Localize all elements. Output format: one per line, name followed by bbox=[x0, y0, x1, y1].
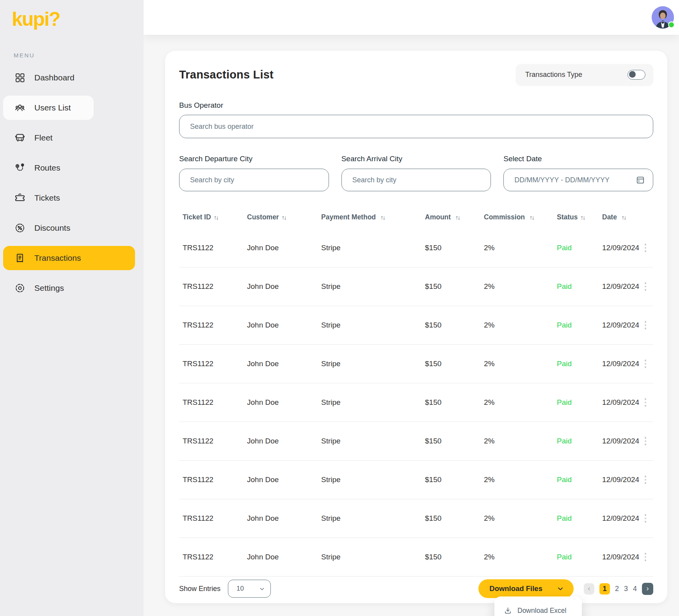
ticket-id-cell: TRS1122 bbox=[179, 475, 244, 484]
page-title: Transactions List bbox=[179, 68, 274, 81]
table-footer: Show Entries 10 Download Files bbox=[179, 577, 653, 601]
bus-operator-search-input[interactable] bbox=[179, 115, 653, 138]
sidebar-item-label: Routes bbox=[34, 163, 60, 173]
sidebar-item-fleet[interactable]: Fleet bbox=[3, 126, 135, 150]
customer-cell: John Doe bbox=[244, 398, 318, 407]
sidebar-item-label: Users List bbox=[34, 103, 71, 112]
column-header-date[interactable]: Date ↑↓ bbox=[599, 213, 642, 221]
sidebar-nav: Dashboard Users List Fleet Routes Ticket bbox=[0, 66, 144, 306]
row-actions-menu-button[interactable] bbox=[642, 319, 649, 332]
pagination-page-3[interactable]: 3 bbox=[624, 585, 628, 593]
show-entries-group: Show Entries 10 bbox=[179, 580, 271, 598]
sidebar-item-discounts[interactable]: Discounts bbox=[3, 216, 135, 240]
pagination-prev-button[interactable] bbox=[584, 583, 594, 595]
sort-icon: ↑↓ bbox=[214, 214, 218, 221]
column-header-amount[interactable]: Amount ↑↓ bbox=[421, 213, 480, 221]
pagination-page-2[interactable]: 2 bbox=[615, 585, 619, 593]
commission-cell: 2% bbox=[480, 282, 553, 291]
toggle-label: Transactions Type bbox=[525, 71, 582, 79]
date-range-input[interactable] bbox=[503, 169, 653, 191]
sidebar-item-label: Tickets bbox=[34, 193, 60, 203]
customer-cell: John Doe bbox=[244, 360, 318, 368]
sidebar-item-routes[interactable]: Routes bbox=[3, 156, 135, 180]
payment-method-cell: Stripe bbox=[318, 282, 421, 291]
transactions-card: Transactions List Transactions Type Bus … bbox=[165, 51, 667, 603]
amount-cell: $150 bbox=[421, 553, 480, 561]
calendar-icon[interactable] bbox=[636, 175, 645, 185]
customer-cell: John Doe bbox=[244, 321, 318, 329]
date-cell: 12/09/2024 bbox=[599, 437, 642, 445]
column-header-ticket-id[interactable]: Ticket ID↑↓ bbox=[179, 213, 244, 221]
sidebar-item-tickets[interactable]: Tickets bbox=[3, 186, 135, 210]
table-row: TRS1122 John Doe Stripe $150 2% Paid 12/… bbox=[179, 229, 653, 267]
amount-cell: $150 bbox=[421, 360, 480, 368]
ticket-id-cell: TRS1122 bbox=[179, 282, 244, 291]
table-row: TRS1122 John Doe Stripe $150 2% Paid 12/… bbox=[179, 345, 653, 383]
amount-cell: $150 bbox=[421, 437, 480, 445]
download-files-button[interactable]: Download Files bbox=[478, 579, 574, 598]
payment-method-cell: Stripe bbox=[318, 514, 421, 523]
payment-method-cell: Stripe bbox=[318, 437, 421, 445]
sidebar-item-transactions[interactable]: Transactions bbox=[3, 246, 135, 270]
routes-icon bbox=[14, 162, 25, 173]
ticket-id-cell: TRS1122 bbox=[179, 398, 244, 407]
status-badge: Paid bbox=[553, 360, 599, 368]
download-excel-option[interactable]: Download Excel bbox=[504, 602, 582, 616]
sidebar-item-users-list[interactable]: Users List bbox=[3, 96, 94, 120]
download-icon bbox=[504, 607, 512, 615]
row-actions-menu-button[interactable] bbox=[642, 280, 649, 293]
payment-method-cell: Stripe bbox=[318, 244, 421, 252]
pagination-page-1[interactable]: 1 bbox=[599, 583, 610, 595]
pagination-page-4[interactable]: 4 bbox=[633, 585, 637, 593]
payment-method-cell: Stripe bbox=[318, 360, 421, 368]
date-cell: 12/09/2024 bbox=[599, 321, 642, 329]
row-actions-menu-button[interactable] bbox=[642, 357, 649, 370]
users-icon bbox=[14, 102, 25, 113]
commission-cell: 2% bbox=[480, 475, 553, 484]
status-badge: Paid bbox=[553, 437, 599, 445]
departure-city-input[interactable] bbox=[179, 169, 329, 191]
sidebar-item-label: Discounts bbox=[34, 223, 70, 233]
show-entries-select[interactable]: 10 bbox=[228, 580, 271, 598]
row-actions-menu-button[interactable] bbox=[642, 434, 649, 448]
entries-selected-value: 10 bbox=[236, 585, 244, 593]
date-cell: 12/09/2024 bbox=[599, 514, 642, 523]
column-header-customer[interactable]: Customer↑↓ bbox=[244, 213, 318, 221]
filters-row: Search Departure City Search Arrival Cit… bbox=[179, 155, 653, 191]
customer-cell: John Doe bbox=[244, 244, 318, 252]
date-range-label: Select Date bbox=[503, 155, 653, 163]
switch-knob bbox=[629, 71, 636, 78]
row-actions-menu-button[interactable] bbox=[642, 241, 649, 255]
transactions-type-switch[interactable] bbox=[627, 70, 645, 80]
ticket-icon bbox=[14, 192, 25, 203]
column-header-commission[interactable]: Commission ↑↓ bbox=[480, 213, 553, 221]
table-row: TRS1122 John Doe Stripe $150 2% Paid 12/… bbox=[179, 538, 653, 577]
status-badge: Paid bbox=[553, 398, 599, 407]
date-cell: 12/09/2024 bbox=[599, 360, 642, 368]
customer-cell: John Doe bbox=[244, 475, 318, 484]
row-actions-menu-button[interactable] bbox=[642, 550, 649, 564]
arrival-city-input[interactable] bbox=[341, 169, 491, 191]
sidebar-item-settings[interactable]: Settings bbox=[3, 276, 135, 300]
brand-logo: kupi? bbox=[12, 8, 60, 30]
column-header-status[interactable]: Status↑↓ bbox=[553, 213, 599, 221]
table-body: TRS1122 John Doe Stripe $150 2% Paid 12/… bbox=[179, 229, 653, 577]
column-header-payment-method[interactable]: Payment Method ↑↓ bbox=[318, 213, 421, 221]
row-actions-menu-button[interactable] bbox=[642, 473, 649, 486]
transactions-type-toggle-box: Transactions Type bbox=[516, 64, 653, 85]
ticket-id-cell: TRS1122 bbox=[179, 360, 244, 368]
customer-cell: John Doe bbox=[244, 282, 318, 291]
receipt-icon bbox=[14, 253, 25, 263]
arrival-city-label: Search Arrival City bbox=[341, 155, 491, 163]
sidebar-item-label: Settings bbox=[34, 283, 64, 293]
row-actions-menu-button[interactable] bbox=[642, 512, 649, 525]
date-cell: 12/09/2024 bbox=[599, 244, 642, 252]
menu-section-label: MENU bbox=[14, 52, 35, 59]
ticket-id-cell: TRS1122 bbox=[179, 514, 244, 523]
table-row: TRS1122 John Doe Stripe $150 2% Paid 12/… bbox=[179, 499, 653, 538]
row-actions-menu-button[interactable] bbox=[642, 396, 649, 409]
departure-city-field: Search Departure City bbox=[179, 155, 329, 191]
sidebar-item-dashboard[interactable]: Dashboard bbox=[3, 66, 135, 90]
payment-method-cell: Stripe bbox=[318, 321, 421, 329]
pagination-next-button[interactable] bbox=[642, 583, 653, 595]
